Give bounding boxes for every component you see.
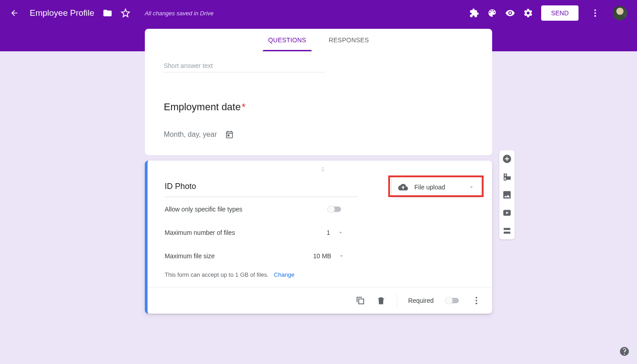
add-image-icon[interactable]	[502, 190, 512, 200]
addons-icon[interactable]	[469, 8, 479, 18]
back-icon[interactable]	[10, 9, 19, 18]
add-video-icon[interactable]	[502, 208, 512, 218]
drag-handle-icon[interactable]: ⠿	[165, 167, 481, 173]
form-title[interactable]: Employee Profile	[30, 8, 94, 18]
svg-point-7	[476, 297, 477, 299]
tab-questions[interactable]: QUESTIONS	[268, 29, 306, 51]
duplicate-icon[interactable]	[355, 296, 365, 306]
previous-question-card[interactable]: Short answer text Employment date* Month…	[145, 51, 492, 155]
floating-toolbar: TT	[499, 150, 515, 239]
allow-file-types-label: Allow only specific file types	[165, 206, 327, 213]
question-type-label: File upload	[414, 184, 445, 191]
settings-icon[interactable]	[523, 8, 533, 18]
svg-text:T: T	[506, 176, 508, 180]
star-icon[interactable]	[121, 8, 130, 18]
question-more-icon[interactable]	[471, 296, 481, 306]
question-title-input[interactable]	[165, 177, 358, 197]
caret-down-icon	[337, 229, 344, 236]
caret-down-icon	[468, 184, 475, 190]
svg-point-1	[594, 12, 596, 14]
required-label: Required	[408, 297, 434, 304]
svg-rect-14	[504, 228, 511, 230]
tab-responses[interactable]: RESPONSES	[329, 29, 369, 51]
question-type-select[interactable]: File upload	[391, 177, 481, 198]
active-question-card[interactable]: ⠿ File upload Allow only specific file t…	[145, 161, 492, 314]
send-button[interactable]: SEND	[541, 5, 579, 21]
delete-icon[interactable]	[376, 296, 386, 306]
change-limit-link[interactable]: Change	[274, 271, 295, 278]
short-answer-placeholder: Short answer text	[164, 62, 326, 72]
max-size-label: Maximum file size	[165, 252, 313, 260]
cloud-upload-icon	[398, 182, 408, 192]
add-section-icon[interactable]	[502, 226, 512, 236]
storage-limit-note: This form can accept up to 1 GB of files…	[165, 268, 481, 287]
preview-icon[interactable]	[505, 8, 515, 18]
svg-rect-15	[504, 232, 511, 234]
svg-point-6	[445, 297, 453, 304]
question-title-text: Employment date	[164, 101, 241, 112]
max-files-select[interactable]: 1	[327, 229, 344, 236]
svg-point-0	[594, 9, 596, 11]
calendar-icon	[225, 130, 234, 139]
customize-theme-icon[interactable]	[487, 8, 497, 18]
svg-point-8	[476, 300, 477, 301]
max-size-select[interactable]: 10 MB	[313, 252, 345, 260]
import-questions-icon[interactable]: TT	[502, 172, 512, 182]
divider	[397, 294, 397, 307]
more-icon[interactable]	[590, 8, 600, 18]
move-to-folder-icon[interactable]	[103, 8, 112, 18]
add-question-icon[interactable]	[502, 154, 512, 164]
allow-file-types-toggle[interactable]	[327, 206, 343, 213]
save-status: All changes saved in Drive	[145, 10, 214, 17]
topbar: Employee Profile All changes saved in Dr…	[10, 0, 627, 26]
caret-down-icon	[338, 253, 345, 259]
question-footer: Required	[148, 287, 492, 314]
form-stage: QUESTIONS RESPONSES Short answer text Em…	[145, 29, 492, 314]
required-toggle[interactable]	[444, 297, 461, 304]
max-size-value: 10 MB	[313, 252, 331, 260]
max-files-value: 1	[327, 229, 330, 236]
date-placeholder: Month, day, year	[164, 130, 217, 139]
account-avatar[interactable]	[613, 6, 627, 20]
question-title: Employment date*	[164, 101, 473, 113]
svg-point-4	[327, 206, 335, 213]
help-icon[interactable]	[619, 346, 630, 357]
tabs: QUESTIONS RESPONSES	[145, 29, 492, 51]
svg-point-2	[594, 15, 596, 17]
max-files-label: Maximum number of files	[165, 229, 327, 236]
required-star: *	[242, 101, 246, 112]
svg-point-9	[476, 303, 477, 305]
limit-text: This form can accept up to 1 GB of files…	[165, 271, 269, 278]
